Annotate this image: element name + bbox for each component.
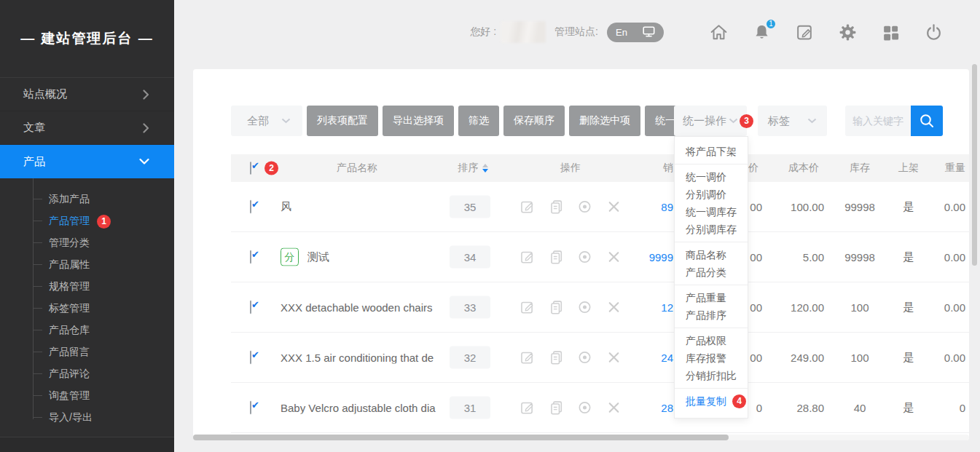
search-input[interactable]	[845, 106, 911, 136]
dropdown-item-product-sort[interactable]: 产品排序	[675, 306, 748, 324]
submenu-item-product-attributes[interactable]: 产品属性	[0, 253, 174, 275]
sidebar: — 建站管理后台 — 站点概况 文章 产品 添加产品 产品管理1 管理分类 产品…	[0, 0, 174, 452]
dropdown-item-uniform-stock[interactable]: 统一调库存	[675, 203, 748, 221]
dropdown-item-distribution-discount[interactable]: 分销折扣比	[675, 367, 748, 384]
filter-all-select[interactable]: 全部	[231, 106, 302, 136]
row-checkbox[interactable]	[250, 200, 251, 214]
row-actions	[520, 250, 622, 265]
sidebar-item-products[interactable]: 产品	[0, 145, 174, 178]
sort-value-input[interactable]: 35	[450, 196, 490, 218]
annotation-badge-3: 3	[740, 114, 753, 128]
export-selected-button[interactable]: 导出选择项	[383, 106, 454, 136]
top-icon-group: 1	[686, 22, 944, 42]
copy-icon[interactable]	[549, 199, 564, 215]
divider	[675, 242, 748, 242]
view-icon[interactable]	[577, 300, 592, 315]
edit-icon[interactable]	[520, 350, 535, 365]
submenu-item-product-messages[interactable]: 产品留言	[0, 341, 174, 362]
search-button[interactable]	[911, 106, 943, 136]
view-icon[interactable]	[577, 199, 592, 215]
edit-icon[interactable]	[520, 199, 535, 215]
dropdown-item-individual-price[interactable]: 分别调价	[675, 186, 748, 203]
sort-value-input[interactable]: 32	[450, 346, 490, 369]
dropdown-item-stock-alert[interactable]: 库存报警	[675, 349, 748, 367]
home-icon[interactable]	[708, 22, 729, 42]
row-checkbox[interactable]	[250, 301, 251, 314]
view-icon[interactable]	[577, 350, 592, 365]
save-order-button[interactable]: 保存顺序	[503, 106, 565, 136]
row-checkbox[interactable]	[250, 351, 251, 365]
row-actions	[520, 300, 622, 315]
submenu-item-add-product[interactable]: 添加产品	[0, 188, 174, 210]
select-all-checkbox[interactable]	[250, 162, 251, 175]
annotation-badge-1: 1	[97, 215, 111, 229]
batch-operation-select[interactable]: 统一操作 3	[674, 106, 747, 136]
product-name: 风	[281, 200, 291, 214]
weight-value: 0.00	[914, 251, 965, 263]
dropdown-item-product-permission[interactable]: 产品权限	[675, 332, 748, 349]
dropdown-item-product-weight[interactable]: 产品重量	[675, 289, 748, 306]
dropdown-item-uniform-price[interactable]: 统一调价	[675, 168, 748, 186]
sales-link[interactable]: 9999	[610, 251, 673, 263]
top-bar: 您好 : 管理站点: En 1	[470, 0, 944, 64]
horizontal-scrollbar-track[interactable]	[193, 435, 969, 440]
list-item-config-button[interactable]: 列表项配置	[307, 106, 378, 136]
notifications-bell-icon[interactable]: 1	[751, 22, 772, 42]
row-checkbox[interactable]	[250, 250, 251, 264]
submenu-item-tag-management[interactable]: 标签管理	[0, 297, 174, 319]
delete-selected-button[interactable]: 删除选中项	[569, 106, 640, 136]
sidebar-item-site-overview[interactable]: 站点概况	[0, 78, 174, 111]
dropdown-item-batch-copy[interactable]: 批量复制 4	[675, 392, 748, 410]
edit-icon[interactable]	[520, 250, 535, 265]
submenu-item-import-export[interactable]: 导入/导出	[0, 406, 174, 428]
submenu-item-spec-management[interactable]: 规格管理	[0, 275, 174, 297]
copy-icon[interactable]	[549, 350, 564, 365]
column-header-sort[interactable]: 排序	[434, 161, 506, 175]
weight-value: 0	[914, 402, 965, 414]
dropdown-item-product-category[interactable]: 产品分类	[675, 263, 748, 281]
sidebar-item-articles[interactable]: 文章	[0, 111, 174, 145]
copy-icon[interactable]	[549, 400, 564, 416]
notification-badge: 1	[765, 18, 777, 30]
sales-link[interactable]: 12	[610, 301, 673, 314]
submenu-item-manage-categories[interactable]: 管理分类	[0, 231, 174, 253]
greeting-text: 您好 :	[470, 25, 496, 39]
weight-value: 0.00	[914, 201, 965, 213]
sort-value-input[interactable]: 34	[450, 246, 490, 269]
copy-icon[interactable]	[549, 250, 564, 265]
edit-icon[interactable]	[520, 300, 535, 315]
product-name: 测试	[307, 250, 329, 264]
dropdown-item-product-name[interactable]: 商品名称	[675, 246, 748, 263]
sales-link[interactable]: 28	[610, 402, 673, 414]
product-name: XXX detachable wooden chairs	[281, 301, 432, 314]
language-site-switcher[interactable]: En	[607, 23, 664, 42]
apps-grid-icon[interactable]	[880, 22, 901, 42]
submenu-item-product-management[interactable]: 产品管理1	[0, 210, 174, 231]
view-icon[interactable]	[577, 250, 592, 265]
row-actions	[520, 400, 622, 416]
table-row: Baby Velcro adjustable cloth dia 31 28 0…	[231, 383, 969, 433]
filter-button[interactable]: 筛选	[458, 106, 499, 136]
sales-link[interactable]: 24	[610, 352, 673, 364]
edit-icon[interactable]	[520, 400, 535, 416]
table-body: 风 35 89 00 100.00 99998 是 0.00 分测试 34	[231, 182, 969, 433]
sales-link[interactable]: 89	[610, 201, 673, 213]
sort-value-input[interactable]: 33	[450, 296, 490, 319]
power-logout-icon[interactable]	[923, 22, 944, 42]
batch-operation-dropdown: 将产品下架 统一调价 分别调价 统一调库存 分别调库存 商品名称 产品分类 产品…	[674, 136, 748, 419]
submenu-item-product-warehouse[interactable]: 产品仓库	[0, 319, 174, 341]
view-icon[interactable]	[577, 400, 592, 416]
row-checkbox[interactable]	[250, 401, 251, 415]
submenu-item-inquiry-management[interactable]: 询盘管理	[0, 384, 174, 406]
tag-select[interactable]: 标签	[758, 106, 827, 136]
sort-value-input[interactable]: 31	[450, 397, 490, 419]
dropdown-item-individual-stock[interactable]: 分别调库存	[675, 221, 748, 238]
submenu-item-product-reviews[interactable]: 产品评论	[0, 362, 174, 384]
horizontal-scrollbar-thumb[interactable]	[193, 435, 729, 440]
edit-icon[interactable]	[794, 22, 815, 42]
cost-value: 120.00	[751, 301, 824, 314]
vertical-scrollbar-thumb[interactable]	[972, 64, 977, 266]
dropdown-item-unlist-products[interactable]: 将产品下架	[675, 143, 748, 160]
settings-gear-icon[interactable]	[837, 22, 858, 42]
copy-icon[interactable]	[549, 300, 564, 315]
